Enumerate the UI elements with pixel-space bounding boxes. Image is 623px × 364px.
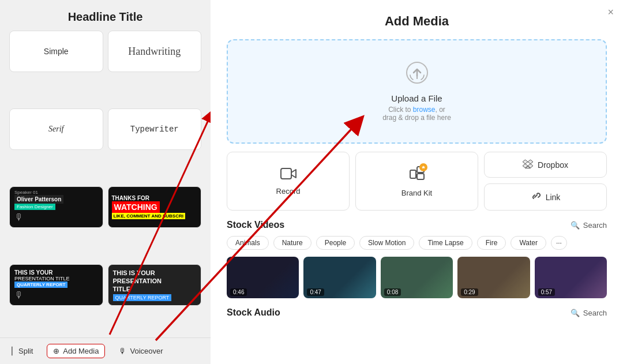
stock-audio-header: Stock Audio 🔍 Search	[227, 307, 607, 318]
svg-rect-3	[281, 168, 291, 179]
video-thumb-5[interactable]: 0:57	[535, 257, 607, 298]
anim-quarterly[interactable]: THIS IS YOURPRESENTATIONTITLE QUARTERLY …	[108, 264, 202, 306]
filter-water[interactable]: Water	[511, 236, 546, 250]
video-thumb-3[interactable]: 0:08	[381, 257, 453, 298]
watching-big: WATCHING	[112, 201, 160, 213]
split-icon: ⎪	[9, 347, 15, 355]
stock-videos-title: Stock Videos	[227, 220, 284, 230]
upload-area[interactable]: Upload a File Click to browse, or drag &…	[227, 39, 607, 144]
add-media-icon: ⊕	[53, 347, 59, 355]
lower-third-hl: QUARTERLY REPORT	[14, 282, 67, 288]
add-media-label: Add Media	[63, 347, 99, 355]
quarterly-hl: QUARTERLY REPORT	[113, 294, 172, 301]
search-icon: 🔍	[571, 221, 580, 230]
filter-people[interactable]: People	[316, 236, 355, 250]
watching-thanks: THANKS FOR	[112, 195, 150, 201]
bottom-bar: ⎪ Split ⊕ Add Media 🎙 Voiceover	[0, 337, 211, 364]
record-icon	[280, 167, 297, 183]
video-thumb-1[interactable]: 0:46	[227, 257, 299, 298]
brand-kit-button[interactable]: Brand Kit	[355, 152, 478, 211]
filter-more[interactable]: ···	[551, 236, 567, 250]
anim-serif-label: Serif	[48, 125, 63, 134]
lower-third-title: PRESENTATION TITLE	[14, 276, 70, 282]
video-thumb-4[interactable]: 0:29	[457, 257, 530, 298]
voiceover-button[interactable]: 🎙 Voiceover	[119, 347, 163, 355]
stock-videos-header: Stock Videos 🔍 Search	[227, 220, 607, 230]
video-duration-5: 0:57	[538, 288, 555, 296]
filter-slow-motion[interactable]: Slow Motion	[359, 236, 414, 250]
video-thumb-2[interactable]: 0:47	[303, 257, 376, 298]
speaker-name: Oliver Patterson	[14, 195, 63, 204]
filter-time-lapse[interactable]: Time Lapse	[419, 236, 472, 250]
anim-speaker[interactable]: Speaker 01 Oliver Patterson Fashion Desi…	[9, 186, 103, 228]
watching-sub: LIKE, COMMENT AND SUBSCRI	[112, 213, 185, 219]
voiceover-label: Voiceover	[130, 347, 163, 355]
speaker-label: Speaker 01	[14, 190, 38, 195]
upload-icon	[406, 61, 429, 89]
upload-sub: Click to browse, or	[388, 106, 445, 114]
upload-title: Upload a File	[391, 93, 442, 103]
filter-row: Animals Nature People Slow Motion Time L…	[227, 236, 607, 250]
voiceover-icon: 🎙	[119, 347, 126, 355]
search-label: Search	[583, 221, 607, 230]
modal-close-button[interactable]: ×	[607, 7, 614, 17]
upload-sub-text2: , or	[436, 106, 445, 114]
svg-rect-4	[410, 170, 416, 178]
lower-third-top: THIS IS YOUR	[14, 269, 53, 276]
speaker-mic-icon: 🎙	[14, 212, 24, 223]
dropbox-button[interactable]: Dropbox	[484, 152, 607, 178]
anim-simple-label: Simple	[44, 47, 69, 56]
anim-typewriter[interactable]: Typewriter	[108, 108, 202, 150]
animation-grid: Simple Handwriting Serif Typewriter Spea…	[0, 31, 211, 337]
stock-audio-search[interactable]: 🔍 Search	[571, 309, 607, 317]
video-duration-3: 0:08	[384, 288, 401, 296]
add-media-modal: × Add Media Upload a File Click to brows…	[211, 0, 623, 364]
upload-sub-drag: drag & drop a file here	[382, 114, 451, 122]
brand-kit-icon	[409, 166, 425, 185]
speaker-role: Fashion Designer	[14, 204, 55, 210]
anim-handwriting[interactable]: Handwriting	[108, 31, 202, 72]
anim-serif[interactable]: Serif	[9, 108, 103, 150]
video-duration-4: 0:29	[461, 288, 478, 296]
svg-rect-6	[417, 174, 424, 179]
anim-typewriter-label: Typewriter	[130, 125, 179, 134]
split-button[interactable]: ⎪ Split	[9, 347, 33, 355]
anim-simple[interactable]: Simple	[9, 31, 103, 72]
split-label: Split	[18, 347, 33, 355]
filter-fire[interactable]: Fire	[477, 236, 506, 250]
anim-watching[interactable]: THANKS FOR WATCHING LIKE, COMMENT AND SU…	[108, 186, 202, 228]
left-panel: Headline Title Simple Handwriting Serif …	[0, 0, 211, 364]
filter-animals[interactable]: Animals	[227, 236, 269, 250]
audio-search-label: Search	[583, 309, 607, 317]
add-media-button[interactable]: ⊕ Add Media	[47, 344, 105, 358]
stock-videos-search[interactable]: 🔍 Search	[571, 221, 607, 230]
quarterly-main: THIS IS YOURPRESENTATIONTITLE	[113, 269, 162, 294]
lower-third-mic-icon: 🎙	[14, 290, 24, 301]
upload-sub-text1: Click to	[388, 106, 413, 114]
audio-search-icon: 🔍	[571, 309, 580, 317]
video-row: 0:46 0:47 0:08 0:29 0:57	[227, 257, 607, 298]
browse-link[interactable]: browse	[413, 106, 436, 114]
link-icon	[531, 191, 541, 203]
link-label: Link	[546, 193, 561, 202]
record-label: Record	[276, 187, 301, 196]
record-button[interactable]: Record	[227, 152, 350, 211]
filter-nature[interactable]: Nature	[273, 236, 312, 250]
modal-title: Add Media	[227, 14, 607, 29]
left-panel-header: Headline Title	[0, 0, 211, 31]
video-duration-2: 0:47	[307, 288, 324, 296]
dropbox-label: Dropbox	[538, 160, 568, 170]
dropbox-icon	[523, 159, 533, 170]
stock-audio-title: Stock Audio	[227, 307, 280, 318]
link-button[interactable]: Link	[484, 183, 607, 211]
anim-lower-third[interactable]: THIS IS YOUR PRESENTATION TITLE QUARTERL…	[9, 264, 103, 306]
video-duration-1: 0:46	[230, 288, 247, 296]
anim-handwriting-label: Handwriting	[128, 46, 181, 58]
brand-kit-label: Brand Kit	[401, 189, 432, 197]
